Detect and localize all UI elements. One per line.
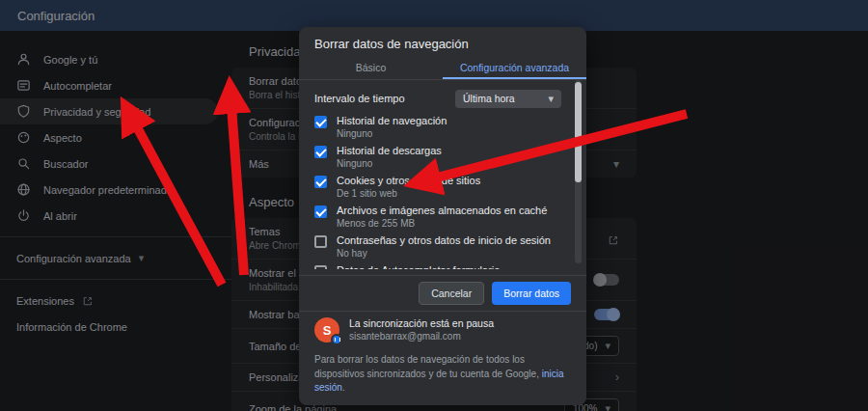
dialog-buttons: Cancelar Borrar datos xyxy=(299,275,586,311)
checkbox-checked-icon[interactable] xyxy=(314,116,327,128)
checkbox-label: Contraseñas y otros datos de inicio de s… xyxy=(337,234,551,247)
checkbox-detail: Ninguno xyxy=(337,128,447,140)
avatar-letter: S xyxy=(323,323,332,338)
checkbox-row-browsing-history[interactable]: Historial de navegación Ninguno xyxy=(314,115,557,140)
avatar: S xyxy=(314,317,339,342)
checkbox-label: Archivos e imágenes almacenados en caché xyxy=(337,205,547,217)
checkbox-label: Datos de Autocompletar formulario xyxy=(337,264,500,269)
checkbox-row-cached-files[interactable]: Archivos e imágenes almacenados en caché… xyxy=(314,205,557,230)
cancel-button[interactable]: Cancelar xyxy=(419,282,484,305)
clear-data-checklist: Historial de navegación Ninguno Historia… xyxy=(314,115,571,269)
checkbox-unchecked-icon[interactable] xyxy=(314,235,327,248)
time-range-label: Intervalo de tiempo xyxy=(314,93,405,104)
sync-email: sisantebarrax@gmail.com xyxy=(349,331,494,342)
select-value: Última hora xyxy=(463,93,515,104)
checkbox-detail: No hay xyxy=(337,248,551,260)
clear-data-button[interactable]: Borrar datos xyxy=(492,282,571,305)
dialog-footer: Para borrar los datos de navegación de t… xyxy=(299,348,586,405)
checkbox-label: Cookies y otros datos de sitios xyxy=(337,175,480,187)
checkbox-detail: Ninguno xyxy=(337,158,442,170)
checkbox-row-download-history[interactable]: Historial de descargas Ninguno xyxy=(314,145,557,170)
sync-paused-badge-icon xyxy=(331,334,342,345)
sync-status-text: La sincronización está en pausa xyxy=(349,317,494,330)
dialog-tabs: Básico Configuración avanzada xyxy=(299,57,586,80)
checkbox-row-passwords[interactable]: Contraseñas y otros datos de inicio de s… xyxy=(314,234,557,260)
checkbox-checked-icon[interactable] xyxy=(314,176,327,188)
checkbox-row-cookies[interactable]: Cookies y otros datos de sitios De 1 sit… xyxy=(314,175,557,200)
checkbox-unchecked-icon[interactable] xyxy=(314,265,327,269)
time-range-row: Intervalo de tiempo Última hora ▾ xyxy=(314,88,571,109)
tab-basico[interactable]: Básico xyxy=(299,57,443,79)
chevron-down-icon: ▾ xyxy=(548,93,554,105)
checkbox-label: Historial de navegación xyxy=(337,115,447,127)
checkbox-checked-icon[interactable] xyxy=(314,146,327,158)
checkbox-checked-icon[interactable] xyxy=(314,206,327,218)
dialog-title: Borrar datos de navegación xyxy=(299,27,586,57)
time-range-select[interactable]: Última hora ▾ xyxy=(455,90,561,108)
dialog-body: Intervalo de tiempo Última hora ▾ Histor… xyxy=(299,80,586,269)
checkbox-detail: De 1 sitio web xyxy=(337,188,480,200)
checkbox-row-autofill[interactable]: Datos de Autocompletar formulario xyxy=(314,264,557,269)
clear-browsing-data-dialog: Borrar datos de navegación Básico Config… xyxy=(299,27,586,405)
footer-text: Para borrar los datos de navegación de t… xyxy=(314,354,542,379)
scrollbar-thumb[interactable] xyxy=(575,82,582,182)
checkbox-label: Historial de descargas xyxy=(337,145,442,157)
sync-status-row[interactable]: S La sincronización está en pausa sisant… xyxy=(299,311,586,348)
tab-configuracion-avanzada[interactable]: Configuración avanzada xyxy=(443,57,586,79)
checkbox-detail: Menos de 255 MB xyxy=(337,218,547,230)
dialog-scrollbar[interactable] xyxy=(575,80,582,263)
footer-text-end: . xyxy=(342,382,345,393)
